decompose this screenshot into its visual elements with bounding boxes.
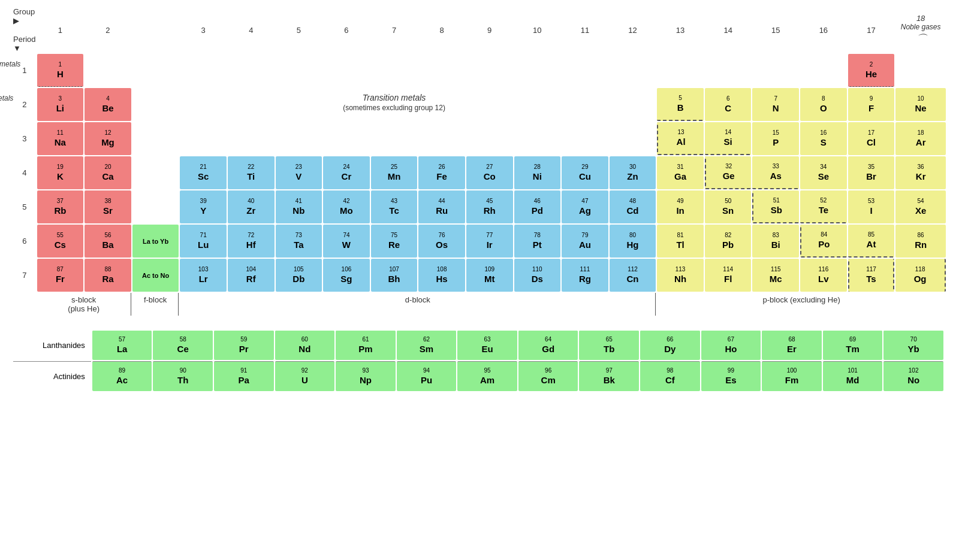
- element-Tl[interactable]: 81Tl: [657, 225, 704, 258]
- element-P[interactable]: 15P: [752, 122, 799, 155]
- element-Al[interactable]: 13Al: [657, 122, 704, 155]
- element-Zr[interactable]: 40Zr: [228, 190, 275, 223]
- element-Bi[interactable]: 83Bi: [752, 225, 799, 258]
- element-Se[interactable]: 34Se: [800, 156, 847, 189]
- element-Os[interactable]: 76Os: [418, 225, 465, 258]
- element-Rf[interactable]: 104Rf: [228, 259, 275, 292]
- element-Md[interactable]: 101Md: [823, 361, 883, 391]
- element-Ag[interactable]: 47Ag: [562, 190, 608, 223]
- element-Dy[interactable]: 66Dy: [640, 330, 700, 360]
- element-Bh[interactable]: 107Bh: [371, 259, 418, 292]
- element-Sm[interactable]: 62Sm: [397, 330, 457, 360]
- element-Kr[interactable]: 36Kr: [895, 156, 946, 189]
- element-Bk[interactable]: 97Bk: [579, 361, 639, 391]
- element-Br[interactable]: 35Br: [848, 156, 895, 189]
- element-Co[interactable]: 27Co: [466, 156, 513, 189]
- element-Ti[interactable]: 22Ti: [228, 156, 275, 189]
- element-La-Yb[interactable]: La to Yb: [132, 225, 179, 258]
- element-Si[interactable]: 14Si: [705, 122, 752, 155]
- element-Rh[interactable]: 45Rh: [466, 190, 513, 223]
- element-Sn[interactable]: 50Sn: [705, 190, 752, 223]
- element-Ni[interactable]: 28Ni: [514, 156, 561, 189]
- element-Sg[interactable]: 106Sg: [323, 259, 370, 292]
- element-C[interactable]: 6C: [705, 88, 752, 121]
- element-Nd[interactable]: 60Nd: [275, 330, 335, 360]
- element-Lu[interactable]: 71Lu: [180, 225, 227, 258]
- element-Ce[interactable]: 58Ce: [153, 330, 213, 360]
- element-Cs[interactable]: 55Cs: [37, 225, 84, 258]
- element-Ba[interactable]: 56Ba: [85, 225, 131, 258]
- element-Cr[interactable]: 24Cr: [323, 156, 370, 189]
- element-Li[interactable]: 3Li: [37, 88, 84, 121]
- element-Te[interactable]: 52Te: [800, 190, 847, 223]
- element-Pb[interactable]: 82Pb: [705, 225, 752, 258]
- element-Mo[interactable]: 42Mo: [323, 190, 370, 223]
- element-Ga[interactable]: 31Ga: [657, 156, 704, 189]
- element-Y[interactable]: 39Y: [180, 190, 227, 223]
- element-Ac[interactable]: 89Ac: [92, 361, 152, 391]
- element-Pt[interactable]: 78Pt: [514, 225, 561, 258]
- element-In[interactable]: 49In: [657, 190, 704, 223]
- element-Hg[interactable]: 80Hg: [610, 225, 656, 258]
- element-Rn[interactable]: 86Rn: [895, 225, 946, 258]
- element-Na[interactable]: 11Na: [37, 122, 84, 155]
- element-Cn[interactable]: 112Cn: [610, 259, 656, 292]
- element-Pa[interactable]: 91Pa: [214, 361, 274, 391]
- element-Am[interactable]: 95Am: [457, 361, 517, 391]
- element-Cl[interactable]: 17Cl: [848, 122, 895, 155]
- element-Rg[interactable]: 111Rg: [562, 259, 608, 292]
- element-Ho[interactable]: 67Ho: [701, 330, 761, 360]
- element-Sc[interactable]: 21Sc: [180, 156, 227, 189]
- element-H[interactable]: 1H: [37, 54, 84, 87]
- element-I[interactable]: 53I: [848, 190, 895, 223]
- element-Ta[interactable]: 73Ta: [276, 225, 322, 258]
- element-Tb[interactable]: 65Tb: [579, 330, 639, 360]
- element-Lv[interactable]: 116Lv: [800, 259, 847, 292]
- element-Cu[interactable]: 29Cu: [562, 156, 608, 189]
- element-Yb[interactable]: 70Yb: [883, 330, 943, 360]
- element-Er[interactable]: 68Er: [762, 330, 822, 360]
- element-Es[interactable]: 99Es: [701, 361, 761, 391]
- element-He[interactable]: 2He: [848, 54, 895, 87]
- element-Cf[interactable]: 98Cf: [640, 361, 700, 391]
- element-Pd[interactable]: 46Pd: [514, 190, 561, 223]
- element-Eu[interactable]: 63Eu: [457, 330, 517, 360]
- element-Zn[interactable]: 30Zn: [610, 156, 656, 189]
- element-Hf[interactable]: 72Hf: [228, 225, 275, 258]
- element-Mg[interactable]: 12Mg: [85, 122, 131, 155]
- element-Be[interactable]: 4Be: [85, 88, 131, 121]
- element-Nh[interactable]: 113Nh: [657, 259, 704, 292]
- element-Mc[interactable]: 115Mc: [752, 259, 799, 292]
- element-Fm[interactable]: 100Fm: [762, 361, 822, 391]
- element-Xe[interactable]: 54Xe: [895, 190, 946, 223]
- element-V[interactable]: 23V: [276, 156, 322, 189]
- element-Ts[interactable]: 117Ts: [848, 259, 895, 292]
- element-Au[interactable]: 79Au: [562, 225, 608, 258]
- element-Fr[interactable]: 87Fr: [37, 259, 84, 292]
- element-Pr[interactable]: 59Pr: [214, 330, 274, 360]
- element-As[interactable]: 33As: [752, 156, 799, 189]
- element-La[interactable]: 57La: [92, 330, 152, 360]
- element-W[interactable]: 74W: [323, 225, 370, 258]
- element-Tm[interactable]: 69Tm: [823, 330, 883, 360]
- element-F[interactable]: 9F: [848, 88, 895, 121]
- element-Og[interactable]: 118Og: [895, 259, 946, 292]
- element-B[interactable]: 5B: [657, 88, 704, 121]
- element-K[interactable]: 19K: [37, 156, 84, 189]
- element-Pm[interactable]: 61Pm: [336, 330, 396, 360]
- element-U[interactable]: 92U: [275, 361, 335, 391]
- element-Ne[interactable]: 10Ne: [895, 88, 946, 121]
- element-Pu[interactable]: 94Pu: [397, 361, 457, 391]
- element-Ar[interactable]: 18Ar: [895, 122, 946, 155]
- element-Ac-No[interactable]: Ac to No: [132, 259, 179, 292]
- element-Sb[interactable]: 51Sb: [752, 190, 799, 223]
- element-Gd[interactable]: 64Gd: [518, 330, 578, 360]
- element-Db[interactable]: 105Db: [276, 259, 322, 292]
- element-Rb[interactable]: 37Rb: [37, 190, 84, 223]
- element-Fl[interactable]: 114Fl: [705, 259, 752, 292]
- element-Mt[interactable]: 109Mt: [466, 259, 513, 292]
- element-Ru[interactable]: 44Ru: [418, 190, 465, 223]
- element-Cm[interactable]: 96Cm: [518, 361, 578, 391]
- element-S[interactable]: 16S: [800, 122, 847, 155]
- element-Ra[interactable]: 88Ra: [85, 259, 131, 292]
